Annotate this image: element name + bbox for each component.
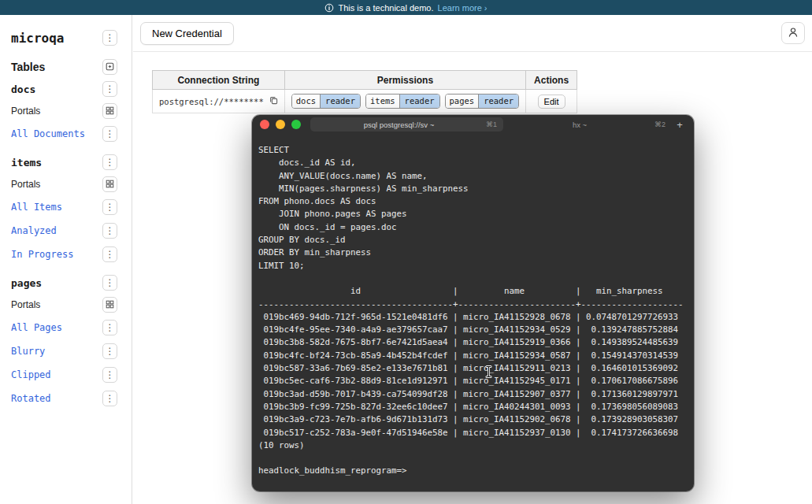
portal-item-clipped[interactable]: Clipped ⋮ [0, 363, 132, 387]
add-table-icon [106, 62, 114, 72]
permission-chip-items[interactable]: itemsreader [365, 94, 440, 109]
kebab-icon: ⋮ [106, 33, 115, 43]
kebab-icon: ⋮ [106, 84, 115, 94]
add-portal-button[interactable] [102, 103, 117, 119]
banner-text: This is a technical demo. [338, 3, 433, 13]
tables-section-header: Tables [0, 56, 132, 78]
kebab-icon: ⋮ [106, 129, 115, 139]
sidebar-table-docs[interactable]: docs ⋮ [0, 78, 132, 100]
kebab-icon: ⋮ [106, 346, 115, 356]
column-header-actions: Actions [526, 71, 577, 90]
minimize-button[interactable] [276, 120, 285, 129]
table-name: items [11, 157, 42, 169]
new-tab-button[interactable]: + [672, 119, 688, 131]
permission-chips: docsreader itemsreader pagesreader [291, 94, 519, 109]
terminal-tab-psql[interactable]: psql postgresql://sv ~ ⌘1 [310, 117, 503, 132]
portal-item-analyzed[interactable]: Analyzed ⋮ [0, 219, 132, 243]
copy-icon [269, 95, 278, 107]
kebab-icon: ⋮ [106, 250, 115, 259]
learn-more-link[interactable]: Learn more › [438, 3, 488, 13]
terminal-body[interactable]: SELECT docs._id AS id, ANY_VALUE(docs.na… [252, 134, 694, 488]
chip-role-label: reader [478, 94, 518, 108]
connection-string-value: postgresql://******** [159, 97, 264, 106]
portal-menu-button[interactable]: ⋮ [102, 126, 117, 142]
portal-link[interactable]: Clipped [11, 369, 51, 380]
tables-section-title: Tables [11, 61, 45, 73]
portal-item-blurry[interactable]: Blurry ⋮ [0, 339, 132, 363]
account-button[interactable] [781, 22, 805, 44]
new-credential-button[interactable]: New Credential [140, 22, 234, 45]
portals-label: Portals [11, 106, 40, 117]
portal-menu-button[interactable]: ⋮ [102, 343, 117, 359]
sidebar: microqa ⋮ Tables docs ⋮ Portals All Docu… [0, 15, 132, 504]
app-header: microqa ⋮ [0, 26, 132, 50]
app-menu-button[interactable]: ⋮ [102, 30, 117, 46]
table-menu-button[interactable]: ⋮ [102, 81, 117, 97]
portal-link[interactable]: Analyzed [11, 225, 57, 236]
portal-menu-button[interactable]: ⋮ [102, 199, 117, 215]
add-table-button[interactable] [102, 59, 117, 75]
tab-title: hx ~ [510, 120, 650, 129]
screen: This is a technical demo. Learn more › m… [0, 0, 812, 504]
edit-button[interactable]: Edit [538, 94, 565, 109]
portal-grid-icon [106, 180, 114, 190]
add-portal-button[interactable] [102, 297, 117, 313]
permission-chip-docs[interactable]: docsreader [291, 94, 361, 109]
terminal-window[interactable]: psql postgresql://sv ~ ⌘1 hx ~ ⌘2 + SELE… [252, 115, 694, 491]
main-toolbar: New Credential [133, 15, 812, 52]
portal-menu-button[interactable]: ⋮ [102, 223, 117, 239]
portal-item-rotated[interactable]: Rotated ⋮ [0, 387, 132, 410]
portal-item-in-progress[interactable]: In Progress ⋮ [0, 243, 132, 266]
kebab-icon: ⋮ [106, 394, 115, 403]
sidebar-table-items[interactable]: items ⋮ [0, 151, 132, 173]
app-title: microqa [11, 31, 64, 46]
portal-item-all-documents[interactable]: All Documents ⋮ [0, 122, 132, 146]
credential-row: postgresql://******** docsreader itemsre… [153, 90, 577, 113]
portal-menu-button[interactable]: ⋮ [102, 320, 117, 335]
table-name: docs [11, 83, 35, 95]
items-portals-header: Portals [0, 173, 132, 195]
portal-link[interactable]: All Pages [11, 322, 62, 333]
demo-banner: This is a technical demo. Learn more › [0, 0, 812, 15]
sidebar-table-pages[interactable]: pages ⋮ [0, 272, 132, 294]
portal-menu-button[interactable]: ⋮ [102, 367, 117, 383]
tab-shortcut: ⌘1 [486, 120, 497, 128]
chip-role-label: reader [399, 94, 439, 108]
column-header-permissions: Permissions [284, 71, 525, 90]
chip-table-label: docs [292, 94, 320, 108]
add-portal-button[interactable] [102, 176, 117, 192]
portal-menu-button[interactable]: ⋮ [102, 246, 117, 262]
traffic-lights [260, 120, 301, 129]
close-button[interactable] [260, 120, 269, 129]
zoom-button[interactable] [291, 120, 301, 129]
copy-button[interactable] [269, 95, 278, 107]
docs-portals-header: Portals [0, 100, 132, 122]
info-icon [324, 3, 334, 13]
chip-table-label: items [366, 94, 399, 108]
portal-link[interactable]: All Items [11, 202, 62, 213]
table-menu-button[interactable]: ⋮ [102, 275, 117, 291]
portals-label: Portals [11, 179, 40, 190]
credentials-table: Connection String Permissions Actions po… [152, 70, 577, 113]
tab-title: psql postgresql://sv ~ [317, 120, 481, 129]
portal-link[interactable]: All Documents [11, 128, 85, 139]
portal-link[interactable]: Rotated [11, 393, 51, 404]
user-icon [788, 27, 799, 40]
terminal-output: SELECT docs._id AS id, ANY_VALUE(docs.na… [258, 144, 688, 478]
portal-item-all-pages[interactable]: All Pages ⋮ [0, 316, 132, 339]
terminal-titlebar[interactable]: psql postgresql://sv ~ ⌘1 hx ~ ⌘2 + [252, 115, 694, 134]
portal-link[interactable]: In Progress [11, 249, 73, 260]
kebab-icon: ⋮ [106, 158, 115, 167]
table-name: pages [11, 277, 42, 289]
portal-menu-button[interactable]: ⋮ [102, 391, 117, 406]
terminal-tab-hx[interactable]: hx ~ ⌘2 [503, 117, 672, 132]
chip-role-label: reader [320, 94, 360, 108]
column-header-connection-string: Connection String [153, 71, 285, 90]
permission-chip-pages[interactable]: pagesreader [445, 94, 520, 109]
tab-shortcut: ⌘2 [654, 120, 666, 128]
portal-item-all-items[interactable]: All Items ⋮ [0, 195, 132, 219]
portal-link[interactable]: Blurry [11, 346, 45, 357]
kebab-icon: ⋮ [106, 323, 115, 332]
portal-grid-icon [106, 106, 114, 117]
table-menu-button[interactable]: ⋮ [102, 154, 117, 170]
